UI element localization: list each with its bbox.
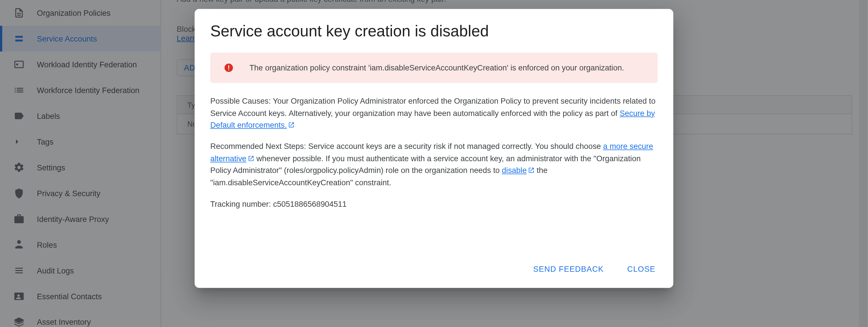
tracking-number-value: c5051886568904511 (273, 199, 346, 208)
tracking-number: Tracking number: c5051886568904511 (210, 198, 658, 210)
modal-overlay: Service account key creation is disabled… (0, 0, 868, 327)
external-link-icon (288, 120, 294, 127)
error-icon (224, 63, 234, 73)
dialog-title: Service account key creation is disabled (210, 22, 658, 40)
alert-box: The organization policy constraint 'iam.… (210, 53, 658, 83)
possible-causes-paragraph: Possible Causes: Your Organization Polic… (210, 96, 658, 132)
external-link-icon (528, 165, 534, 172)
alert-text: The organization policy constraint 'iam.… (249, 63, 624, 72)
dialog-service-account-key-disabled: Service account key creation is disabled… (195, 9, 673, 288)
svg-rect-1 (228, 65, 229, 69)
disable-constraint-link[interactable]: disable (502, 166, 534, 175)
possible-causes-label: Possible Causes: (210, 96, 271, 105)
close-button[interactable]: CLOSE (625, 260, 658, 278)
dialog-actions: SEND FEEDBACK CLOSE (210, 260, 658, 278)
send-feedback-button[interactable]: SEND FEEDBACK (531, 260, 606, 278)
external-link-icon (248, 153, 254, 160)
recommended-next-steps-paragraph: Recommended Next Steps: Service account … (210, 141, 658, 189)
svg-rect-2 (228, 70, 229, 71)
recommended-next-steps-label: Recommended Next Steps: (210, 142, 306, 151)
dialog-body: Possible Causes: Your Organization Polic… (210, 96, 658, 219)
